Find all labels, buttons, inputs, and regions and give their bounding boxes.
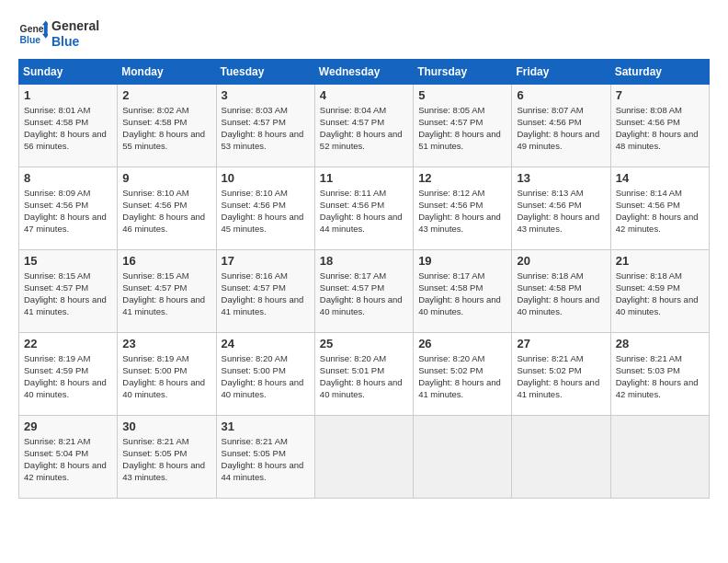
day-info: Sunrise: 8:19 AM Sunset: 5:00 PM Dayligh… bbox=[122, 352, 210, 401]
day-number: 15 bbox=[24, 254, 112, 268]
day-number: 29 bbox=[24, 419, 112, 433]
day-number: 26 bbox=[418, 337, 506, 350]
day-number: 1 bbox=[24, 88, 112, 102]
day-info: Sunrise: 8:08 AM Sunset: 4:56 PM Dayligh… bbox=[616, 104, 704, 153]
day-info: Sunrise: 8:15 AM Sunset: 4:57 PM Dayligh… bbox=[24, 270, 112, 318]
calendar-cell: 19 Sunrise: 8:17 AM Sunset: 4:58 PM Dayl… bbox=[414, 249, 512, 332]
day-number: 8 bbox=[24, 171, 112, 185]
svg-text:Blue: Blue bbox=[20, 34, 41, 44]
day-info: Sunrise: 8:07 AM Sunset: 4:56 PM Dayligh… bbox=[517, 104, 605, 153]
day-number: 17 bbox=[222, 254, 310, 268]
calendar-cell: 2 Sunrise: 8:02 AM Sunset: 4:58 PM Dayli… bbox=[118, 84, 216, 167]
day-info: Sunrise: 8:15 AM Sunset: 4:57 PM Dayligh… bbox=[122, 270, 210, 318]
calendar-cell bbox=[512, 415, 610, 498]
calendar-cell: 27 Sunrise: 8:21 AM Sunset: 5:02 PM Dayl… bbox=[512, 332, 610, 415]
header: General Blue General Blue bbox=[18, 18, 710, 50]
day-info: Sunrise: 8:13 AM Sunset: 4:56 PM Dayligh… bbox=[517, 187, 605, 236]
calendar-cell: 11 Sunrise: 8:11 AM Sunset: 4:56 PM Dayl… bbox=[314, 167, 413, 249]
calendar-cell: 17 Sunrise: 8:16 AM Sunset: 4:57 PM Dayl… bbox=[216, 249, 314, 332]
calendar-cell: 26 Sunrise: 8:20 AM Sunset: 5:02 PM Dayl… bbox=[414, 332, 512, 415]
calendar-cell: 25 Sunrise: 8:20 AM Sunset: 5:01 PM Dayl… bbox=[314, 332, 413, 415]
weekday-header-saturday: Saturday bbox=[610, 59, 709, 84]
day-number: 22 bbox=[24, 337, 112, 350]
day-info: Sunrise: 8:11 AM Sunset: 4:56 PM Dayligh… bbox=[320, 187, 408, 236]
calendar-cell bbox=[314, 415, 413, 498]
weekday-header-wednesday: Wednesday bbox=[314, 59, 413, 84]
weekday-header-monday: Monday bbox=[118, 59, 216, 84]
day-info: Sunrise: 8:20 AM Sunset: 5:00 PM Dayligh… bbox=[222, 352, 310, 401]
day-info: Sunrise: 8:21 AM Sunset: 5:05 PM Dayligh… bbox=[222, 435, 310, 484]
day-info: Sunrise: 8:21 AM Sunset: 5:04 PM Dayligh… bbox=[24, 435, 112, 484]
day-number: 10 bbox=[222, 171, 310, 185]
day-info: Sunrise: 8:21 AM Sunset: 5:02 PM Dayligh… bbox=[517, 352, 605, 401]
day-number: 7 bbox=[616, 88, 704, 102]
calendar-cell: 7 Sunrise: 8:08 AM Sunset: 4:56 PM Dayli… bbox=[610, 84, 709, 167]
day-number: 2 bbox=[122, 88, 210, 102]
calendar-cell: 15 Sunrise: 8:15 AM Sunset: 4:57 PM Dayl… bbox=[19, 249, 118, 332]
day-info: Sunrise: 8:04 AM Sunset: 4:57 PM Dayligh… bbox=[320, 104, 408, 153]
calendar-cell: 12 Sunrise: 8:12 AM Sunset: 4:56 PM Dayl… bbox=[414, 167, 512, 249]
day-info: Sunrise: 8:01 AM Sunset: 4:58 PM Dayligh… bbox=[24, 104, 112, 153]
day-number: 18 bbox=[320, 254, 408, 268]
day-number: 3 bbox=[222, 88, 310, 102]
day-number: 16 bbox=[122, 254, 210, 268]
day-info: Sunrise: 8:16 AM Sunset: 4:57 PM Dayligh… bbox=[222, 270, 310, 318]
day-info: Sunrise: 8:21 AM Sunset: 5:03 PM Dayligh… bbox=[616, 352, 704, 401]
day-info: Sunrise: 8:12 AM Sunset: 4:56 PM Dayligh… bbox=[418, 187, 506, 236]
calendar-cell: 20 Sunrise: 8:18 AM Sunset: 4:58 PM Dayl… bbox=[512, 249, 610, 332]
day-number: 9 bbox=[122, 171, 210, 185]
day-number: 19 bbox=[418, 254, 506, 268]
day-info: Sunrise: 8:20 AM Sunset: 5:01 PM Dayligh… bbox=[320, 352, 408, 401]
calendar-cell: 18 Sunrise: 8:17 AM Sunset: 4:57 PM Dayl… bbox=[314, 249, 413, 332]
day-number: 12 bbox=[418, 171, 506, 185]
weekday-header-thursday: Thursday bbox=[414, 59, 512, 84]
calendar-cell: 22 Sunrise: 8:19 AM Sunset: 4:59 PM Dayl… bbox=[19, 332, 118, 415]
calendar-cell: 23 Sunrise: 8:19 AM Sunset: 5:00 PM Dayl… bbox=[118, 332, 216, 415]
day-info: Sunrise: 8:20 AM Sunset: 5:02 PM Dayligh… bbox=[418, 352, 506, 401]
calendar-cell: 8 Sunrise: 8:09 AM Sunset: 4:56 PM Dayli… bbox=[19, 167, 118, 249]
day-info: Sunrise: 8:05 AM Sunset: 4:57 PM Dayligh… bbox=[418, 104, 506, 153]
calendar-cell: 21 Sunrise: 8:18 AM Sunset: 4:59 PM Dayl… bbox=[610, 249, 709, 332]
calendar-cell: 3 Sunrise: 8:03 AM Sunset: 4:57 PM Dayli… bbox=[216, 84, 314, 167]
calendar-cell: 24 Sunrise: 8:20 AM Sunset: 5:00 PM Dayl… bbox=[216, 332, 314, 415]
day-info: Sunrise: 8:17 AM Sunset: 4:57 PM Dayligh… bbox=[320, 270, 408, 318]
day-number: 24 bbox=[222, 337, 310, 350]
calendar-cell: 16 Sunrise: 8:15 AM Sunset: 4:57 PM Dayl… bbox=[118, 249, 216, 332]
calendar-cell bbox=[414, 415, 512, 498]
day-number: 13 bbox=[517, 171, 605, 185]
calendar-cell: 30 Sunrise: 8:21 AM Sunset: 5:05 PM Dayl… bbox=[118, 415, 216, 498]
day-number: 5 bbox=[418, 88, 506, 102]
day-number: 31 bbox=[222, 419, 310, 433]
day-info: Sunrise: 8:18 AM Sunset: 4:59 PM Dayligh… bbox=[616, 270, 704, 318]
weekday-header-friday: Friday bbox=[512, 59, 610, 84]
day-number: 14 bbox=[616, 171, 704, 185]
weekday-header-sunday: Sunday bbox=[19, 59, 118, 84]
calendar-cell: 14 Sunrise: 8:14 AM Sunset: 4:56 PM Dayl… bbox=[610, 167, 709, 249]
calendar-cell: 29 Sunrise: 8:21 AM Sunset: 5:04 PM Dayl… bbox=[19, 415, 118, 498]
calendar-cell: 1 Sunrise: 8:01 AM Sunset: 4:58 PM Dayli… bbox=[19, 84, 118, 167]
logo-blue: Blue bbox=[51, 34, 99, 50]
day-info: Sunrise: 8:10 AM Sunset: 4:56 PM Dayligh… bbox=[222, 187, 310, 236]
logo-icon: General Blue bbox=[18, 19, 48, 49]
day-number: 25 bbox=[320, 337, 408, 350]
logo-general: General bbox=[51, 18, 99, 34]
svg-text:General: General bbox=[20, 24, 48, 34]
calendar-cell bbox=[610, 415, 709, 498]
day-info: Sunrise: 8:21 AM Sunset: 5:05 PM Dayligh… bbox=[122, 435, 210, 484]
day-number: 21 bbox=[616, 254, 704, 268]
calendar-cell: 10 Sunrise: 8:10 AM Sunset: 4:56 PM Dayl… bbox=[216, 167, 314, 249]
calendar: SundayMondayTuesdayWednesdayThursdayFrid… bbox=[18, 59, 710, 499]
day-number: 20 bbox=[517, 254, 605, 268]
day-number: 6 bbox=[517, 88, 605, 102]
day-info: Sunrise: 8:14 AM Sunset: 4:56 PM Dayligh… bbox=[616, 187, 704, 236]
day-info: Sunrise: 8:18 AM Sunset: 4:58 PM Dayligh… bbox=[517, 270, 605, 318]
calendar-cell: 6 Sunrise: 8:07 AM Sunset: 4:56 PM Dayli… bbox=[512, 84, 610, 167]
day-number: 23 bbox=[122, 337, 210, 350]
day-info: Sunrise: 8:02 AM Sunset: 4:58 PM Dayligh… bbox=[122, 104, 210, 153]
calendar-cell: 31 Sunrise: 8:21 AM Sunset: 5:05 PM Dayl… bbox=[216, 415, 314, 498]
day-number: 27 bbox=[517, 337, 605, 350]
calendar-cell: 13 Sunrise: 8:13 AM Sunset: 4:56 PM Dayl… bbox=[512, 167, 610, 249]
day-info: Sunrise: 8:09 AM Sunset: 4:56 PM Dayligh… bbox=[24, 187, 112, 236]
logo: General Blue General Blue bbox=[18, 18, 99, 50]
day-info: Sunrise: 8:03 AM Sunset: 4:57 PM Dayligh… bbox=[222, 104, 310, 153]
